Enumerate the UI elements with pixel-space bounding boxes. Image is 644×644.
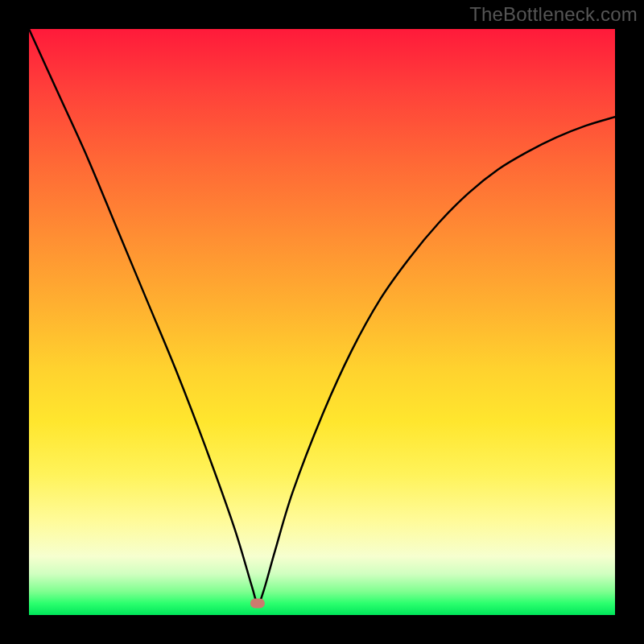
- watermark-text: TheBottleneck.com: [469, 3, 638, 26]
- bottleneck-curve: [29, 29, 615, 615]
- curve-path: [29, 29, 615, 604]
- chart-plot-area: [29, 29, 615, 615]
- chart-frame: TheBottleneck.com: [0, 0, 644, 644]
- min-marker: [250, 598, 265, 608]
